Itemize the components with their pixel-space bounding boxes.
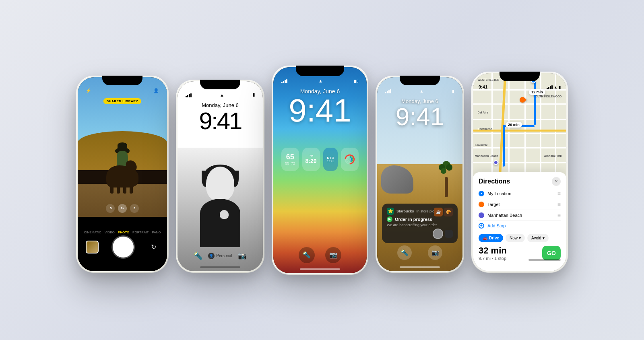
nyc-label: NYC bbox=[327, 156, 334, 160]
notch-5 bbox=[500, 72, 540, 81]
starbucks-notification: ☕ 🥐 ⭐ Starbucks In store pickup ▶ Order … bbox=[382, 204, 458, 243]
stop-target: Target ≡ bbox=[479, 199, 561, 210]
street-h bbox=[473, 162, 566, 163]
notif-title: ▶ Order in progress bbox=[387, 216, 453, 222]
flip-camera-button[interactable]: ↻ bbox=[148, 241, 159, 253]
desert-time: 9:41 bbox=[377, 104, 462, 129]
chevron-down-icon: ▾ bbox=[519, 236, 521, 240]
desert-bottom: 🔦 📷 bbox=[377, 245, 462, 260]
person-icon: 👤 bbox=[153, 88, 159, 93]
time-option-button[interactable]: Now ▾ bbox=[506, 234, 525, 242]
notif-food-icons: ☕ 🥐 bbox=[434, 208, 453, 216]
close-directions-button[interactable]: ✕ bbox=[552, 177, 561, 186]
wifi-icon-2: ▲ bbox=[220, 93, 224, 97]
pin-manhattan bbox=[493, 160, 498, 165]
joshua-tree bbox=[438, 161, 454, 197]
notif-badge bbox=[445, 230, 453, 238]
signal-bars-5 bbox=[547, 85, 553, 89]
home-indicator-3 bbox=[300, 268, 340, 270]
shutter-row: ↻ bbox=[78, 237, 167, 258]
temp-range: 55↑72 bbox=[285, 161, 295, 165]
directions-title: Directions bbox=[479, 178, 561, 185]
flashlight-btn-4[interactable]: 🔦 bbox=[397, 245, 412, 260]
personal-label: 👤 Personal bbox=[208, 253, 232, 259]
directions-options: 🚗 Drive Now ▾ Avoid ▾ bbox=[479, 234, 561, 242]
nyc-widget: NYC 12:41 bbox=[323, 148, 338, 171]
horse-body bbox=[106, 165, 138, 188]
street-h bbox=[473, 103, 566, 105]
leaf bbox=[446, 164, 452, 171]
street-h bbox=[473, 147, 566, 148]
duration-distance: 32 min 9.7 mi · 1 stop bbox=[479, 245, 507, 261]
map-label-manhattan: Manhattan Beach bbox=[475, 155, 498, 157]
shutter-button[interactable] bbox=[113, 237, 134, 258]
wifi-icon-5: ▲ bbox=[554, 85, 557, 89]
go-button[interactable]: GO bbox=[542, 246, 561, 260]
camera-btn-2[interactable]: 📷 bbox=[235, 249, 250, 263]
lock-bottom-color: 🔦 📷 bbox=[273, 247, 367, 263]
stop-label-target: Target bbox=[487, 202, 554, 207]
temp-widget: 65 55↑72 bbox=[281, 148, 299, 171]
stop-dot-manhattan bbox=[479, 212, 484, 218]
starbucks-icon: ⭐ bbox=[387, 208, 394, 215]
maps-screen: WESTCHESTER SOUTH INGLEWOOD Hawthorne De… bbox=[473, 73, 566, 271]
desert-time-section: Monday, June 6 9:41 bbox=[377, 98, 462, 129]
directions-summary: 32 min 9.7 mi · 1 stop GO bbox=[479, 245, 561, 261]
home-indicator-1 bbox=[102, 266, 142, 268]
photo-thumbnail[interactable] bbox=[86, 241, 99, 253]
map-area[interactable]: WESTCHESTER SOUTH INGLEWOOD Hawthorne De… bbox=[473, 73, 566, 182]
signal-bar bbox=[190, 93, 192, 97]
time-widget: PM 8:29 bbox=[302, 148, 320, 171]
zoom-05x[interactable]: .5 bbox=[106, 204, 115, 213]
food-icon-2: 🥐 bbox=[444, 208, 453, 216]
stop-dot-target bbox=[479, 202, 484, 207]
street-h bbox=[473, 133, 566, 134]
avoid-option-button[interactable]: Avoid ▾ bbox=[527, 234, 549, 242]
lock-time-color: Monday, June 6 9:41 bbox=[273, 88, 367, 127]
stop-dot-add: + bbox=[479, 223, 484, 229]
signal-bar bbox=[189, 94, 190, 97]
drag-handle-2[interactable]: ≡ bbox=[557, 212, 561, 218]
wifi-icon-4: ▲ bbox=[420, 89, 424, 93]
horse-leg bbox=[123, 185, 126, 194]
bw-person bbox=[192, 167, 248, 247]
zoom-3x[interactable]: 3 bbox=[130, 204, 139, 213]
notif-app-name: Starbucks bbox=[396, 209, 414, 213]
zoom-1x[interactable]: 1× bbox=[118, 204, 127, 213]
camera-bottom: CINEMATIC VIDEO PHOTO PORTRAIT PANO ↻ bbox=[78, 217, 167, 271]
shared-library-badge[interactable]: SHARED LIBRARY bbox=[103, 98, 141, 104]
street-h bbox=[473, 119, 566, 120]
home-indicator-2 bbox=[200, 266, 240, 268]
flashlight-btn-2[interactable]: 🔦 bbox=[191, 249, 205, 263]
mode-pano[interactable]: PANO bbox=[152, 231, 161, 234]
stop-add[interactable]: + Add Stop bbox=[479, 221, 561, 231]
drag-handle-0[interactable]: ≡ bbox=[557, 190, 561, 197]
lockscreen-color-screen: ▲ ▮▯ Monday, June 6 9:41 65 55↑72 bbox=[273, 67, 367, 273]
signal-bars-3 bbox=[281, 79, 287, 83]
lock-time-bw: 9:41 bbox=[178, 109, 263, 133]
manhattan-pin-dot bbox=[493, 160, 498, 165]
map-label-inglewood: SOUTH INGLEWOOD bbox=[533, 95, 561, 98]
notif-avatar bbox=[433, 229, 443, 239]
mode-portrait[interactable]: PORTRAIT bbox=[132, 231, 149, 234]
mode-photo[interactable]: PHOTO bbox=[118, 231, 129, 234]
mode-video[interactable]: VIDEO bbox=[105, 231, 115, 234]
stop-dot-location: ● bbox=[479, 191, 484, 196]
lockscreen-desert-screen: ▲ ▮ Monday, June 6 9:41 ☕ 🥐 ⭐ St bbox=[377, 77, 462, 271]
phone-lockscreen-bw: ▲ ▮ Monday, June 6 9:41 bbox=[176, 80, 264, 273]
notif-actions bbox=[387, 229, 453, 239]
map-label-lawndale: Lawndale bbox=[475, 144, 488, 146]
camera-btn-4[interactable]: 📷 bbox=[428, 245, 442, 260]
horse-leg bbox=[130, 185, 133, 194]
notch-4 bbox=[400, 76, 440, 85]
bw-body bbox=[200, 199, 240, 247]
horse-leg bbox=[110, 185, 114, 194]
food-icon-1: ☕ bbox=[434, 208, 443, 216]
camera-btn-3[interactable]: 📷 bbox=[325, 247, 341, 263]
horse-legs bbox=[110, 185, 133, 194]
horse-leg bbox=[117, 185, 120, 194]
drive-mode-button[interactable]: 🚗 Drive bbox=[479, 234, 503, 242]
flashlight-btn-3[interactable]: 🔦 bbox=[299, 247, 315, 263]
drag-handle-1[interactable]: ≡ bbox=[557, 201, 561, 208]
mode-cinematic[interactable]: CINEMATIC bbox=[84, 231, 101, 234]
